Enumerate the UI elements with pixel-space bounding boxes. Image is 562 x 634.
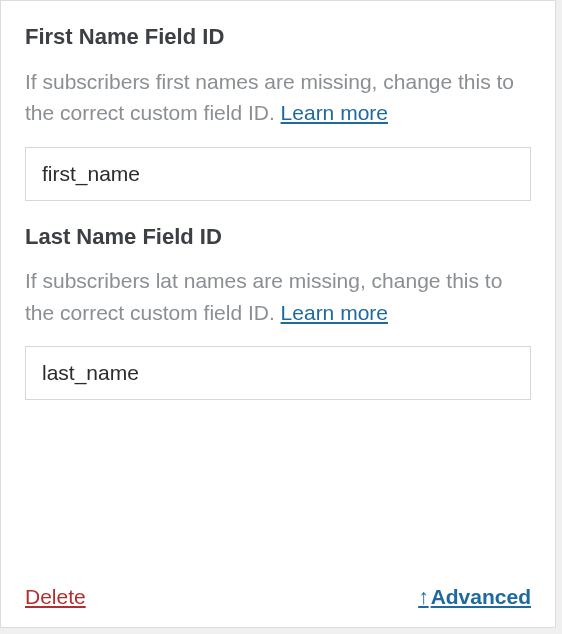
first-name-field-description: If subscribers first names are missing, … (25, 66, 531, 129)
last-name-field-input[interactable] (25, 346, 531, 400)
first-name-field-input[interactable] (25, 147, 531, 201)
actions-row: Delete ↑Advanced (25, 577, 531, 609)
advanced-link[interactable]: ↑Advanced (418, 585, 531, 609)
arrow-up-icon: ↑ (418, 585, 429, 609)
first-name-field-label: First Name Field ID (25, 23, 531, 52)
last-name-field-description: If subscribers lat names are missing, ch… (25, 265, 531, 328)
first-name-field-group: First Name Field ID If subscribers first… (25, 23, 531, 201)
delete-link[interactable]: Delete (25, 585, 86, 609)
first-name-learn-more-link[interactable]: Learn more (281, 101, 388, 124)
first-name-description-text: If subscribers first names are missing, … (25, 70, 514, 125)
last-name-learn-more-link[interactable]: Learn more (281, 301, 388, 324)
last-name-field-label: Last Name Field ID (25, 223, 531, 252)
last-name-description-text: If subscribers lat names are missing, ch… (25, 269, 502, 324)
advanced-link-text: Advanced (431, 585, 531, 609)
last-name-field-group: Last Name Field ID If subscribers lat na… (25, 223, 531, 401)
settings-panel: First Name Field ID If subscribers first… (0, 0, 556, 628)
